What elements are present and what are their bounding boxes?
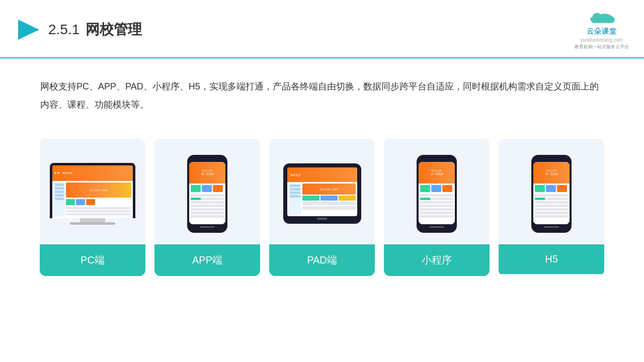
card-pad-label: PAD端 [269, 244, 375, 276]
cards-container: 网校管理 职达人的 [0, 129, 644, 276]
card-h5-image: 职达人的第一堂网课 [499, 139, 604, 244]
header-left: 2.5.1 网校管理 [15, 18, 142, 42]
card-pc-label: PC端 [40, 244, 145, 276]
card-app: 职达人的第一堂网课 [154, 139, 260, 276]
card-miniapp-image: 职达人的第一堂网课 [384, 139, 490, 244]
card-miniapp: 职达人的第一堂网课 [384, 139, 490, 276]
logo: 云朵课堂 yunduoketang.com 教育机构一站式服务云平台 [575, 9, 629, 50]
svg-point-6 [605, 12, 606, 13]
miniapp-device: 职达人的第一堂网课 [417, 155, 457, 233]
card-pc-image: 网校管理 职达人的 [40, 139, 145, 244]
svg-marker-0 [18, 20, 39, 40]
svg-point-4 [594, 16, 595, 17]
card-pc: 网校管理 职达人的 [40, 139, 145, 276]
page-title: 2.5.1 网校管理 [48, 20, 142, 39]
card-pad-image: 网校管理 [269, 139, 375, 244]
h5-device: 职达人的第一堂网课 [531, 155, 572, 233]
svg-point-5 [609, 14, 610, 15]
logo-icon [587, 9, 617, 26]
play-icon [15, 18, 39, 42]
pad-device: 网校管理 [283, 163, 361, 224]
pc-device: 网校管理 职达人的 [50, 163, 135, 225]
card-pad: 网校管理 [269, 139, 375, 276]
card-app-label: APP端 [154, 244, 260, 276]
description-text: 网校支持PC、APP、PAD、小程序、H5，实现多端打通，产品各终端自由切换，数… [0, 58, 644, 124]
header: 2.5.1 网校管理 云朵课堂 yunduoketang.com 教育机构一站式… [0, 0, 644, 58]
app-device: 职达人的第一堂网课 [187, 155, 227, 233]
card-h5: 职达人的第一堂网课 [499, 139, 604, 276]
logo-url: yunduoketang.com [581, 37, 623, 43]
logo-tagline: 教育机构一站式服务云平台 [575, 44, 629, 50]
card-app-image: 职达人的第一堂网课 [154, 139, 260, 244]
card-miniapp-label: 小程序 [384, 244, 490, 276]
card-h5-label: H5 [499, 244, 604, 274]
logo-name: 云朵课堂 [587, 27, 617, 36]
